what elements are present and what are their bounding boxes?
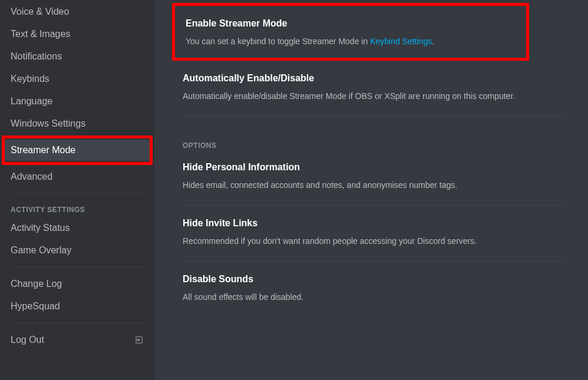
sidebar-divider [11, 193, 144, 194]
sidebar-item-activity-status[interactable]: Activity Status [5, 217, 150, 239]
sidebar-divider [11, 267, 144, 267]
setting-block-disable-sounds: Disable Sounds All sound effects will be… [183, 262, 564, 306]
setting-block-auto: Automatically Enable/Disable Automatical… [183, 61, 564, 117]
options-section-header: Options [183, 141, 564, 150]
setting-block-hide-info: Hide Personal Information Hides email, c… [183, 150, 564, 206]
highlight-annotation-main: Enable Streamer Mode You can set a keybi… [172, 3, 529, 61]
sidebar-divider [11, 323, 144, 323]
sidebar-header-activity: Activity Settings [5, 200, 150, 216]
setting-title-enable-streamer: Enable Streamer Mode [186, 18, 519, 29]
setting-desc-hide-invite: Recommended if you don't want random peo… [183, 235, 564, 247]
setting-title-disable-sounds: Disable Sounds [183, 273, 564, 285]
sidebar-item-game-overlay[interactable]: Game Overlay [5, 240, 150, 261]
sidebar-item-windows-settings[interactable]: Windows Settings [5, 113, 150, 134]
setting-desc-auto: Automatically enable/disable Streamer Mo… [183, 90, 564, 102]
sidebar-item-advanced[interactable]: Advanced [5, 166, 150, 187]
settings-sidebar: Voice & Video Text & Images Notification… [0, 0, 154, 380]
setting-desc-enable-streamer: You can set a keybind to toggle Streamer… [186, 35, 519, 47]
setting-title-auto: Automatically Enable/Disable [183, 72, 564, 84]
setting-block-hide-invite: Hide Invite Links Recommended if you don… [183, 206, 564, 262]
setting-title-hide-info: Hide Personal Information [183, 161, 564, 173]
sidebar-item-text-images[interactable]: Text & Images [5, 24, 150, 45]
keybind-settings-link[interactable]: Keybind Settings [370, 37, 432, 46]
sidebar-item-change-log[interactable]: Change Log [5, 273, 150, 295]
settings-content: Enable Streamer Mode You can set a keybi… [154, 0, 588, 380]
highlight-annotation-sidebar: Streamer Mode [2, 136, 153, 165]
sidebar-item-hypesquad[interactable]: HypeSquad [5, 296, 150, 317]
sidebar-item-voice-video[interactable]: Voice & Video [5, 1, 150, 22]
sidebar-item-logout[interactable]: Log Out [5, 329, 150, 351]
setting-desc-disable-sounds: All sound effects will be disabled. [183, 291, 564, 303]
setting-desc-hide-info: Hides email, connected accounts and note… [183, 179, 564, 191]
sidebar-item-notifications[interactable]: Notifications [5, 46, 150, 67]
sidebar-item-keybinds[interactable]: Keybinds [5, 68, 150, 90]
sidebar-item-language[interactable]: Language [5, 91, 150, 112]
sidebar-item-streamer-mode[interactable]: Streamer Mode [5, 140, 150, 161]
setting-title-hide-invite: Hide Invite Links [183, 217, 564, 229]
logout-icon [134, 335, 144, 345]
